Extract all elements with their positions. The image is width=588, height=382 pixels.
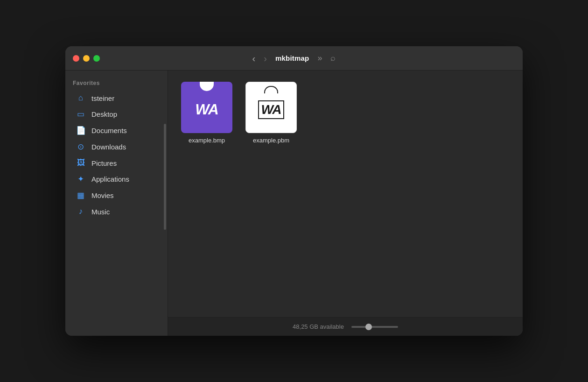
- file-thumb-pbm: WA: [245, 82, 297, 133]
- sidebar-item-applications[interactable]: ✦ Applications: [68, 171, 165, 187]
- applications-icon: ✦: [76, 174, 86, 184]
- sidebar-item-downloads[interactable]: ⊙ Downloads: [68, 139, 165, 155]
- sidebar-scrollbar[interactable]: [164, 124, 166, 230]
- finder-window: ‹ › mkbitmap » ⌕ Favorites ⌂ tsteiner ▭ …: [65, 46, 523, 336]
- sidebar-label-movies: Movies: [91, 191, 114, 199]
- sidebar-item-desktop[interactable]: ▭ Desktop: [68, 106, 165, 122]
- sidebar-label-music: Music: [91, 208, 110, 216]
- sidebar-label-applications: Applications: [91, 175, 129, 183]
- downloads-icon: ⊙: [76, 142, 86, 152]
- file-name-bmp: example.bmp: [189, 137, 225, 144]
- file-name-pbm: example.pbm: [253, 137, 289, 144]
- traffic-lights: [73, 55, 100, 62]
- sidebar-label-documents: Documents: [91, 127, 127, 134]
- maximize-button[interactable]: [93, 55, 100, 62]
- sidebar-label-pictures: Pictures: [91, 159, 117, 167]
- sidebar-item-pictures[interactable]: 🖼 Pictures: [68, 155, 165, 171]
- minimize-button[interactable]: [83, 55, 90, 62]
- sidebar-item-tsteiner[interactable]: ⌂ tsteiner: [68, 90, 165, 106]
- file-item-pbm[interactable]: WA example.pbm: [245, 82, 297, 144]
- more-button[interactable]: »: [317, 53, 322, 63]
- slider-thumb: [365, 324, 372, 330]
- favorites-label: Favorites: [65, 78, 168, 90]
- sidebar-item-music[interactable]: ♪ Music: [68, 204, 165, 219]
- status-bar: 48,25 GB available: [168, 317, 523, 336]
- back-button[interactable]: ‹: [252, 54, 256, 63]
- music-icon: ♪: [76, 207, 86, 216]
- sidebar-label-desktop: Desktop: [91, 110, 117, 118]
- home-icon: ⌂: [76, 93, 86, 103]
- pictures-icon: 🖼: [76, 158, 86, 168]
- movies-icon: ▦: [76, 191, 86, 200]
- sidebar: Favorites ⌂ tsteiner ▭ Desktop 📄 Documen…: [65, 71, 168, 336]
- file-thumb-bmp: WA: [181, 82, 232, 133]
- zoom-slider[interactable]: [351, 326, 398, 328]
- titlebar: ‹ › mkbitmap » ⌕: [65, 46, 523, 71]
- storage-status: 48,25 GB available: [293, 323, 344, 330]
- window-body: Favorites ⌂ tsteiner ▭ Desktop 📄 Documen…: [65, 71, 523, 336]
- slider-track: [351, 326, 398, 328]
- pbm-label: WA: [258, 100, 284, 119]
- sidebar-item-documents[interactable]: 📄 Documents: [68, 122, 165, 139]
- desktop-icon: ▭: [76, 109, 86, 119]
- search-button[interactable]: ⌕: [330, 53, 336, 63]
- titlebar-center: ‹ › mkbitmap » ⌕: [252, 53, 336, 63]
- file-item-bmp[interactable]: WA example.bmp: [181, 82, 232, 144]
- sidebar-item-movies[interactable]: ▦ Movies: [68, 187, 165, 204]
- sidebar-label-downloads: Downloads: [91, 143, 126, 151]
- documents-icon: 📄: [76, 126, 86, 135]
- window-title: mkbitmap: [275, 54, 309, 62]
- bmp-label: WA: [195, 101, 218, 118]
- file-area: WA example.bmp WA example.pbm: [168, 71, 523, 317]
- main-content: WA example.bmp WA example.pbm 48,25 GB a…: [168, 71, 523, 336]
- forward-button[interactable]: ›: [264, 54, 267, 63]
- close-button[interactable]: [73, 55, 79, 62]
- sidebar-label-tsteiner: tsteiner: [91, 94, 114, 102]
